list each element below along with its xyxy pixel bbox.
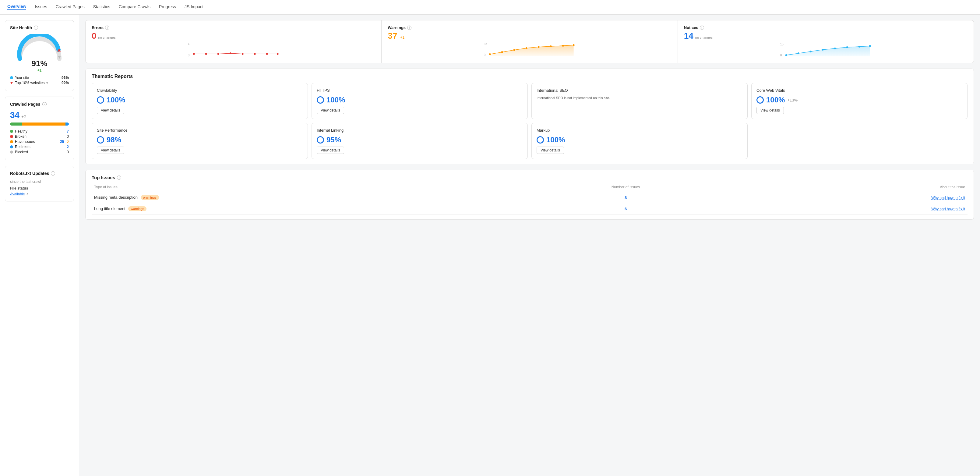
warnings-label: Warnings i bbox=[388, 25, 671, 30]
pb-redirect bbox=[65, 123, 69, 126]
crawled-pages-title: Crawled Pages i bbox=[10, 102, 69, 107]
col-about: About the issue bbox=[729, 184, 967, 192]
sp-circle bbox=[97, 136, 104, 144]
file-status: File status bbox=[10, 186, 69, 190]
site-health-info-icon[interactable]: i bbox=[34, 26, 38, 30]
site-health-title: Site Health i bbox=[10, 25, 69, 30]
svg-point-15 bbox=[501, 51, 503, 53]
report-markup: Markup 100% View details bbox=[531, 123, 748, 159]
warnings-change: +1 bbox=[400, 35, 404, 40]
issue-type-1: Missing meta description warnings bbox=[92, 192, 523, 203]
errors-change: no changes bbox=[99, 36, 116, 39]
https-circle bbox=[317, 96, 324, 104]
robots-subtitle: since the last crawl bbox=[10, 179, 69, 184]
metrics-row: Errors i 0 no changes 4 0 bbox=[85, 20, 974, 63]
nav-js-impact[interactable]: JS Impact bbox=[185, 4, 204, 10]
errors-label: Errors i bbox=[92, 25, 375, 30]
markup-view-btn[interactable]: View details bbox=[536, 147, 564, 154]
warnings-info-icon[interactable]: i bbox=[407, 26, 411, 30]
svg-point-3 bbox=[193, 53, 195, 55]
site-performance-view-btn[interactable]: View details bbox=[97, 147, 124, 154]
https-view-btn[interactable]: View details bbox=[317, 107, 344, 114]
top-issues-section: Top Issues i Type of issues Number of is… bbox=[85, 170, 974, 220]
crawled-pages-card: Crawled Pages i 34 +2 Healthy 7 bbox=[5, 97, 74, 160]
issue-row-1: Missing meta description warnings 8 Why … bbox=[92, 192, 967, 203]
fix-link-2[interactable]: Why and how to fix it bbox=[931, 207, 965, 211]
fix-link-1[interactable]: Why and how to fix it bbox=[931, 196, 965, 200]
legend-redirects: Redirects 2 bbox=[10, 145, 69, 149]
crawled-progress-bar bbox=[10, 123, 69, 126]
gauge-plus: +1 bbox=[37, 68, 42, 72]
sidebar: Site Health i 91% +1 bbox=[0, 14, 79, 476]
cwv-view-btn[interactable]: View details bbox=[756, 107, 784, 114]
dot-blocked bbox=[10, 150, 13, 153]
robots-txt-info-icon[interactable]: i bbox=[51, 171, 55, 176]
svg-point-5 bbox=[218, 53, 219, 55]
external-link-icon: ↗ bbox=[26, 193, 28, 196]
issue-fix-1: Why and how to fix it bbox=[729, 192, 967, 203]
notices-metric: Notices i 14 no changes 15 0 bbox=[678, 21, 974, 63]
nav-crawled-pages[interactable]: Crawled Pages bbox=[56, 4, 85, 10]
notices-label: Notices i bbox=[684, 25, 967, 30]
robots-txt-title: Robots.txt Updates i bbox=[10, 171, 69, 176]
svg-point-27 bbox=[810, 51, 811, 53]
issue-row-2: Long title element warnings 6 Why and ho… bbox=[92, 203, 967, 214]
top-issues-header: Top Issues i bbox=[92, 175, 967, 180]
svg-text:0: 0 bbox=[484, 53, 486, 57]
crawled-pages-info-icon[interactable]: i bbox=[42, 102, 46, 106]
thematic-reports-section: Thematic Reports Crawlability 100% View … bbox=[85, 69, 974, 164]
top-nav: Overview Issues Crawled Pages Statistics… bbox=[0, 0, 980, 14]
warnings-value: 37 bbox=[388, 31, 397, 41]
gauge-wrap: 91% +1 bbox=[10, 34, 69, 72]
thematic-reports-title: Thematic Reports bbox=[92, 74, 967, 79]
pb-healthy bbox=[10, 123, 22, 126]
svg-point-9 bbox=[266, 53, 268, 55]
report-crawlability: Crawlability 100% View details bbox=[92, 83, 308, 119]
file-available-link[interactable]: Available bbox=[10, 192, 25, 196]
svg-point-10 bbox=[277, 53, 278, 55]
svg-point-19 bbox=[550, 45, 552, 47]
issue-type-2: Long title element warnings bbox=[92, 203, 523, 214]
cwv-circle bbox=[756, 96, 764, 104]
dot-healthy bbox=[10, 130, 13, 133]
notices-info-icon[interactable]: i bbox=[700, 26, 704, 30]
legend-healthy: Healthy 7 bbox=[10, 129, 69, 134]
col-count: Number of issues bbox=[523, 184, 729, 192]
svg-point-17 bbox=[526, 47, 527, 49]
dot-your-site bbox=[10, 76, 13, 79]
crawlability-view-btn[interactable]: View details bbox=[97, 107, 124, 114]
notices-value: 14 bbox=[684, 31, 694, 41]
robots-txt-card: Robots.txt Updates i since the last craw… bbox=[5, 166, 74, 201]
report-internal-linking: Internal Linking 95% View details bbox=[312, 123, 528, 159]
svg-text:15: 15 bbox=[780, 43, 784, 46]
thematic-reports-row1: Crawlability 100% View details HTTPS 100… bbox=[92, 83, 967, 119]
issue-count-1: 8 bbox=[523, 192, 729, 203]
issue-count-2: 6 bbox=[523, 203, 729, 214]
internal-linking-view-btn[interactable]: View details bbox=[317, 147, 344, 154]
chevron-down-icon[interactable]: ▾ bbox=[46, 81, 48, 85]
nav-issues[interactable]: Issues bbox=[35, 4, 47, 10]
col-type: Type of issues bbox=[92, 184, 523, 192]
nav-compare-crawls[interactable]: Compare Crawls bbox=[119, 4, 150, 10]
notices-sparkline: 15 0 bbox=[684, 42, 967, 57]
errors-metric: Errors i 0 no changes 4 0 bbox=[86, 21, 382, 63]
nav-overview[interactable]: Overview bbox=[7, 4, 26, 10]
top-issues-info-icon[interactable]: i bbox=[117, 176, 121, 180]
svg-point-28 bbox=[822, 49, 824, 51]
gauge-svg bbox=[15, 34, 64, 61]
crawled-count-plus: +2 bbox=[21, 114, 26, 119]
svg-point-30 bbox=[846, 46, 848, 48]
badge-warnings-1: warnings bbox=[141, 195, 159, 200]
thematic-reports-row2: Site Performance 98% View details Intern… bbox=[92, 123, 967, 159]
errors-value: 0 bbox=[92, 31, 97, 41]
svg-text:37: 37 bbox=[484, 42, 488, 46]
errors-info-icon[interactable]: i bbox=[105, 26, 109, 30]
svg-marker-24 bbox=[786, 46, 870, 56]
report-site-performance: Site Performance 98% View details bbox=[92, 123, 308, 159]
nav-progress[interactable]: Progress bbox=[159, 4, 176, 10]
svg-point-16 bbox=[514, 49, 515, 51]
nav-statistics[interactable]: Statistics bbox=[93, 4, 110, 10]
errors-sparkline: 4 0 bbox=[92, 42, 375, 57]
svg-point-4 bbox=[205, 53, 207, 55]
svg-text:0: 0 bbox=[780, 54, 782, 57]
